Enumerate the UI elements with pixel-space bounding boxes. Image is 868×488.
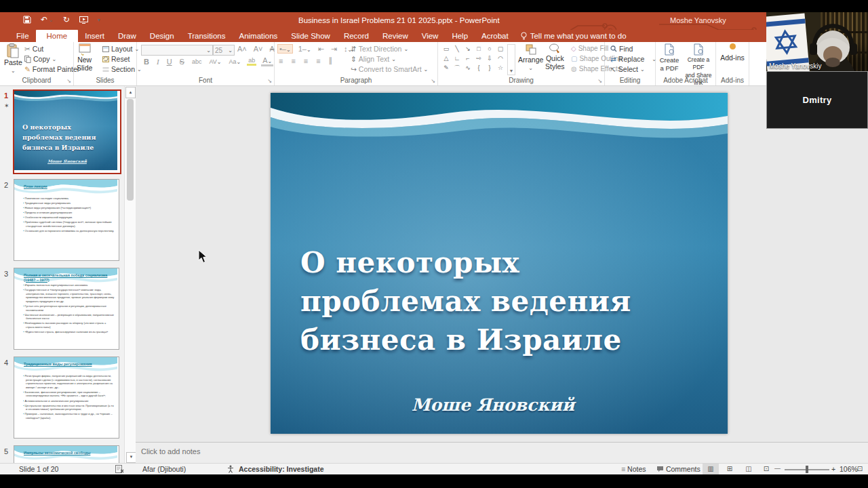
shrink-font-button[interactable]: A˅ bbox=[252, 45, 264, 53]
view-slide-sorter-button[interactable]: ⊞ bbox=[722, 464, 738, 474]
align-left-button[interactable]: ≡ bbox=[277, 57, 284, 65]
shape-gallery-item[interactable]: □ bbox=[473, 44, 484, 54]
create-pdf-button[interactable]: Create a PDF bbox=[657, 43, 682, 72]
align-right-button[interactable]: ≡ bbox=[302, 57, 309, 65]
shadow-button[interactable]: abc bbox=[191, 58, 203, 65]
shape-gallery-item[interactable]: ∟ bbox=[452, 54, 462, 63]
new-slide-button[interactable]: New Slide bbox=[77, 43, 92, 72]
scroll-up-button[interactable]: ▲ bbox=[125, 87, 136, 98]
comments-toggle[interactable]: Comments bbox=[656, 465, 701, 473]
ribbon-tab[interactable]: Help bbox=[445, 30, 475, 42]
cut-button[interactable]: ✂Cut bbox=[24, 45, 43, 53]
smartart-expand-icon[interactable]: ⌄ bbox=[424, 66, 429, 73]
font-color-button[interactable]: A⌄ bbox=[261, 56, 273, 66]
grow-font-button[interactable]: A˄ bbox=[236, 45, 248, 53]
shape-gallery-item[interactable]: △ bbox=[441, 54, 452, 63]
slide-thumbnail-4[interactable]: Традиционные виды регулирования Регистра… bbox=[14, 357, 119, 439]
bold-button[interactable]: B bbox=[142, 58, 151, 66]
bullets-button[interactable]: •–⌄ bbox=[277, 44, 293, 54]
ribbon-tab[interactable]: Animations bbox=[232, 30, 284, 42]
find-button[interactable]: Find bbox=[610, 45, 633, 53]
align-center-button[interactable]: ≡ bbox=[290, 57, 296, 65]
select-button[interactable]: ↖Select⌄ bbox=[610, 65, 645, 73]
shape-gallery-item[interactable]: ▢ bbox=[495, 44, 506, 54]
arrange-expand-icon[interactable]: ⌄ bbox=[528, 64, 533, 72]
view-normal-button[interactable]: ▥ bbox=[703, 464, 719, 474]
font-name-expand-icon[interactable]: ⌄ bbox=[206, 47, 211, 54]
shape-gallery-item[interactable]: ○ bbox=[484, 44, 495, 54]
shape-gallery-item[interactable]: ↘ bbox=[462, 44, 473, 54]
numbering-button[interactable]: 1–⌄ bbox=[297, 45, 313, 53]
font-name-combo[interactable]: ⌄ bbox=[141, 45, 213, 56]
shape-gallery-item[interactable]: ⌒ bbox=[452, 63, 462, 73]
reset-button[interactable]: Reset bbox=[102, 55, 130, 63]
bullets-expand-icon[interactable]: ⌄ bbox=[286, 47, 291, 53]
copy-expand-icon[interactable]: ⌄ bbox=[52, 56, 57, 62]
numbering-expand-icon[interactable]: ⌄ bbox=[307, 47, 311, 53]
shape-gallery-item[interactable]: ✎ bbox=[441, 63, 452, 73]
redo-button[interactable]: ↻ bbox=[63, 15, 70, 24]
account-name[interactable]: Moshe Yanovsky bbox=[670, 16, 726, 24]
slide-canvas[interactable]: О некоторых проблемах ведения бизнеса в … bbox=[136, 86, 868, 442]
current-slide[interactable]: О некоторых проблемах ведения бизнеса в … bbox=[271, 93, 728, 434]
quick-styles-button[interactable]: Quick Styles bbox=[545, 43, 565, 70]
paste-button[interactable]: Paste ⌄ bbox=[4, 43, 22, 75]
convert-smartart-button[interactable]: ↪Convert to SmartArt⌄ bbox=[351, 65, 428, 73]
shapes-more-button[interactable]: ▼ bbox=[507, 44, 515, 75]
align-text-expand-icon[interactable]: ⌄ bbox=[391, 56, 396, 62]
slide-indicator[interactable]: Slide 1 of 20 bbox=[19, 465, 58, 473]
shape-gallery-item[interactable]: } bbox=[484, 63, 495, 73]
shape-gallery-item[interactable]: ▭ bbox=[441, 44, 452, 54]
view-reading-button[interactable]: ◫ bbox=[741, 464, 757, 474]
slide-thumbnail-3[interactable]: Полная и окончательная победа социализма… bbox=[14, 268, 119, 350]
shape-gallery-item[interactable]: ⇩ bbox=[484, 54, 495, 63]
drawing-dialog-launcher[interactable]: ↘ bbox=[597, 78, 602, 84]
layout-button[interactable]: Layout⌄ bbox=[102, 45, 139, 53]
undo-expand-icon[interactable]: ⌄ bbox=[49, 17, 54, 23]
ribbon-tab[interactable]: Draw bbox=[111, 30, 143, 42]
font-dialog-launcher[interactable]: ↘ bbox=[267, 78, 272, 84]
strikethrough-button[interactable]: S bbox=[178, 58, 186, 66]
addins-button[interactable]: Add-ins bbox=[720, 43, 745, 62]
change-case-button[interactable]: Aa⌄ bbox=[227, 58, 242, 65]
start-slideshow-button[interactable] bbox=[79, 16, 88, 24]
shape-gallery-item[interactable]: ╲ bbox=[452, 44, 462, 54]
italic-button[interactable]: I bbox=[155, 58, 161, 66]
proofing-icon[interactable] bbox=[115, 465, 124, 474]
tell-me-box[interactable]: Tell me what you want to do bbox=[521, 30, 627, 42]
undo-button[interactable]: ↶⌄ bbox=[41, 15, 54, 24]
copy-button[interactable]: Copy⌄ bbox=[24, 55, 56, 63]
ribbon-tab[interactable]: Record bbox=[337, 30, 376, 42]
slide-thumbnail-5[interactable]: Импульсы экономической свободы Fraser In… bbox=[14, 445, 119, 463]
font-size-expand-icon[interactable]: ⌄ bbox=[228, 47, 233, 54]
scroll-down-button[interactable]: ▼ bbox=[126, 452, 136, 463]
align-justify-button[interactable]: ≡ bbox=[315, 57, 321, 65]
customize-qat-button[interactable]: ▾ bbox=[98, 17, 100, 23]
shape-gallery-item[interactable]: ☆ bbox=[495, 63, 506, 73]
ribbon-tab[interactable]: Review bbox=[376, 30, 415, 42]
highlight-button[interactable]: ab bbox=[247, 57, 256, 66]
ribbon-tab[interactable]: File bbox=[9, 30, 36, 42]
zoom-slider-thumb[interactable] bbox=[806, 466, 808, 473]
participant-tile[interactable]: Dmitry bbox=[766, 71, 868, 129]
shape-gallery-item[interactable]: ⇨ bbox=[473, 54, 484, 63]
text-direction-expand-icon[interactable]: ⌄ bbox=[403, 46, 408, 52]
text-direction-button[interactable]: ⇵Text Direction⌄ bbox=[351, 45, 408, 53]
ribbon-tab[interactable]: Design bbox=[143, 30, 181, 42]
paragraph-dialog-launcher[interactable]: ↘ bbox=[431, 78, 435, 84]
notes-placeholder[interactable]: Click to add notes bbox=[141, 447, 200, 455]
shape-gallery-item[interactable]: ⌐ bbox=[462, 54, 473, 63]
paste-expand-icon[interactable]: ⌄ bbox=[11, 67, 16, 75]
shape-gallery-item[interactable]: ∿ bbox=[462, 63, 473, 73]
clipboard-dialog-launcher[interactable]: ↘ bbox=[66, 78, 71, 84]
shape-fill-button[interactable]: ◇Shape Fill bbox=[571, 45, 608, 52]
zoom-in-button[interactable]: + bbox=[831, 465, 835, 473]
align-text-button[interactable]: ⇕Align Text⌄ bbox=[351, 55, 396, 63]
format-painter-button[interactable]: ✎Format Painter bbox=[24, 65, 79, 73]
columns-button[interactable]: ∥ bbox=[328, 56, 334, 65]
slide-title[interactable]: О некоторых проблемах ведения бизнеса в … bbox=[300, 243, 631, 359]
select-expand-icon[interactable]: ⌄ bbox=[640, 66, 645, 73]
ribbon-tab[interactable]: Acrobat bbox=[475, 30, 515, 42]
webcam-video[interactable]: Moshe Yanovskiy bbox=[766, 12, 868, 71]
slide-subtitle[interactable]: Моше Яновский bbox=[357, 395, 629, 415]
